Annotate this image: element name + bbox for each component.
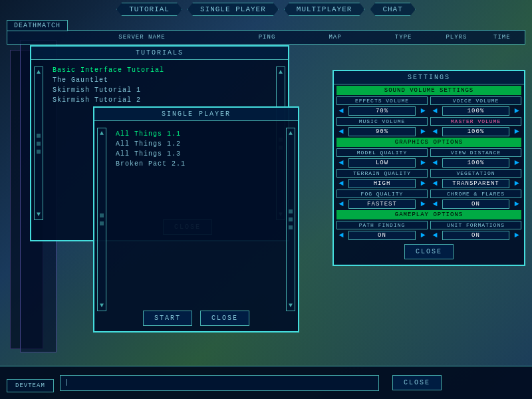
music-master-values: ◄ 90% ► ◄ 100% ► — [336, 127, 521, 136]
terrain-veg-values: ◄ HIGH ► ◄ TRANSPARENT ► — [336, 179, 521, 188]
sp-close-btn[interactable]: CLOSE — [200, 311, 249, 326]
view-right-arrow[interactable]: ► — [512, 158, 521, 168]
devteam-btn[interactable]: DEVTEAM — [7, 379, 54, 392]
effects-label: EFFECTS VOLUME — [336, 96, 428, 105]
tutorial-item-3[interactable]: Skirmish Tutorial 2 — [50, 95, 269, 105]
sp-scroll-down[interactable]: ▼ — [100, 302, 104, 309]
path-label: PATH FINDING — [336, 221, 428, 229]
voice-left-arrow[interactable]: ◄ — [430, 106, 440, 116]
veg-right-arrow[interactable]: ► — [512, 179, 521, 188]
settings-title: SETTINGS — [334, 71, 524, 84]
sp-scroll-down-right[interactable]: ▼ — [289, 302, 293, 309]
sp-item-0[interactable]: All Things 1.1 — [113, 129, 279, 139]
sp-scroll-up-right[interactable]: ▲ — [289, 130, 293, 137]
settings-panel: SETTINGS SOUND VOLUME SETTINGS EFFECTS V… — [332, 70, 525, 266]
sp-scrollbar-left[interactable]: ▲ ▼ — [97, 128, 106, 311]
fog-left-arrow[interactable]: ◄ — [336, 200, 346, 209]
scroll-down-arrow[interactable]: ▼ — [37, 211, 41, 218]
sp-item-1[interactable]: All Things 1.2 — [113, 139, 279, 149]
terrain-right-arrow[interactable]: ► — [418, 179, 428, 188]
terrain-label: TERRAIN QUALITY — [336, 169, 428, 178]
path-unit-values: ◄ ON ► ◄ ON ► — [336, 231, 521, 240]
settings-close-btn[interactable]: CLOSE — [404, 244, 454, 259]
veg-value: TRANSPARENT — [442, 179, 509, 188]
effects-value: 70% — [348, 106, 416, 116]
sp-item-2[interactable]: All Things 1.3 — [113, 149, 279, 159]
music-master-labels: MUSIC VOLUME MASTER VOLUME — [336, 117, 521, 126]
col-ping: PING — [237, 34, 297, 41]
sp-item-3[interactable]: Broken Pact 2.1 — [113, 159, 279, 169]
music-right-arrow[interactable]: ► — [418, 127, 428, 136]
scroll-up-arrow[interactable]: ▲ — [37, 68, 41, 76]
col-server-name: SERVER NAME — [7, 34, 237, 41]
model-right-arrow[interactable]: ► — [418, 158, 428, 168]
terrain-value: HIGH — [348, 179, 416, 188]
path-left-arrow[interactable]: ◄ — [336, 231, 346, 240]
top-nav: TUTORIAL SINGLE PLAYER MULTIPLAYER CHAT — [0, 0, 532, 19]
view-label: VIEW DISTANCE — [430, 148, 521, 157]
tutorials-scrollbar-left[interactable]: ▲ ▼ — [34, 66, 43, 220]
model-left-arrow[interactable]: ◄ — [336, 158, 346, 168]
tutorial-item-1[interactable]: The Gauntlet — [50, 75, 269, 85]
music-left-arrow[interactable]: ◄ — [336, 127, 346, 136]
chrome-value: ON — [442, 200, 509, 209]
sp-start-btn[interactable]: START — [143, 311, 192, 326]
tab-chat[interactable]: CHAT — [370, 3, 415, 16]
sound-section-label: SOUND VOLUME SETTINGS — [336, 86, 521, 95]
effects-voice-labels: EFFECTS VOLUME VOICE VOLUME — [336, 96, 521, 105]
voice-value: 100% — [442, 106, 509, 116]
bottom-bar: DEVTEAM CLOSE — [0, 366, 532, 399]
tab-single-player[interactable]: SINGLE PLAYER — [188, 3, 279, 16]
tutorial-item-2[interactable]: Skirmish Tutorial 1 — [50, 85, 269, 95]
chrome-right-arrow[interactable]: ► — [512, 200, 521, 209]
unit-left-arrow[interactable]: ◄ — [430, 231, 440, 240]
single-player-title: SINGLE PLAYER — [94, 108, 298, 121]
tutorials-title: TUTORIALS — [31, 47, 288, 60]
sp-buttons: START CLOSE — [94, 311, 298, 326]
unit-right-arrow[interactable]: ► — [512, 231, 521, 240]
col-time: TIME — [479, 34, 525, 41]
sp-scrollbar-right[interactable]: ▲ ▼ — [286, 128, 295, 311]
fog-right-arrow[interactable]: ► — [418, 200, 428, 209]
chat-input[interactable] — [60, 375, 379, 391]
unit-value: ON — [442, 231, 509, 240]
veg-left-arrow[interactable]: ◄ — [430, 179, 440, 188]
voice-right-arrow[interactable]: ► — [512, 106, 521, 116]
sp-scroll-up[interactable]: ▲ — [100, 130, 104, 137]
effects-left-arrow[interactable]: ◄ — [336, 106, 346, 116]
tab-tutorial[interactable]: TUTORIAL — [116, 3, 182, 16]
voice-label: VOICE VOLUME — [430, 96, 521, 105]
chrome-label: CHROME & FLARES — [430, 190, 521, 198]
deathmatch-label: DEATHMATCH — [7, 20, 68, 31]
model-value: LOW — [348, 158, 416, 168]
terrain-left-arrow[interactable]: ◄ — [336, 179, 346, 188]
terrain-veg-labels: TERRAIN QUALITY VEGETATION — [336, 169, 521, 178]
master-value: 100% — [442, 127, 509, 136]
fog-chrome-labels: FOG QUALITY CHROME & FLARES — [336, 190, 521, 198]
master-right-arrow[interactable]: ► — [512, 127, 521, 136]
master-left-arrow[interactable]: ◄ — [430, 127, 440, 136]
view-left-arrow[interactable]: ◄ — [430, 158, 440, 168]
effects-right-arrow[interactable]: ► — [418, 106, 428, 116]
model-view-labels: MODEL QUALITY VIEW DISTANCE — [336, 148, 521, 157]
graphics-section-label: GRAPHICS OPTIONS — [336, 138, 521, 147]
path-right-arrow[interactable]: ► — [418, 231, 428, 240]
bottom-close-btn[interactable]: CLOSE — [392, 375, 442, 390]
server-header: SERVER NAME PING MAP TYPE PLYRS TIME — [7, 30, 525, 45]
effects-voice-values: ◄ 70% ► ◄ 100% ► — [336, 106, 521, 116]
unit-label: UNIT FORMATIONS — [430, 221, 521, 229]
fog-label: FOG QUALITY — [336, 190, 428, 198]
scroll-up-right[interactable]: ▲ — [279, 68, 283, 76]
col-map: MAP — [297, 34, 373, 41]
view-value: 100% — [442, 158, 509, 168]
veg-label: VEGETATION — [430, 169, 521, 178]
tutorial-item-0[interactable]: Basic Interface Tutorial — [50, 65, 269, 75]
single-player-panel: SINGLE PLAYER ▲ ▼ All Things 1.1 All Thi… — [93, 106, 299, 332]
gameplay-section-label: GAMEPLAY OPTIONS — [336, 210, 521, 219]
col-type: TYPE — [373, 34, 434, 41]
col-plyrs: PLYRS — [434, 34, 479, 41]
chrome-left-arrow[interactable]: ◄ — [430, 200, 440, 209]
fog-chrome-values: ◄ FASTEST ► ◄ ON ► — [336, 200, 521, 209]
master-label: MASTER VOLUME — [430, 117, 521, 126]
tab-multiplayer[interactable]: MULTIPLAYER — [284, 3, 365, 16]
